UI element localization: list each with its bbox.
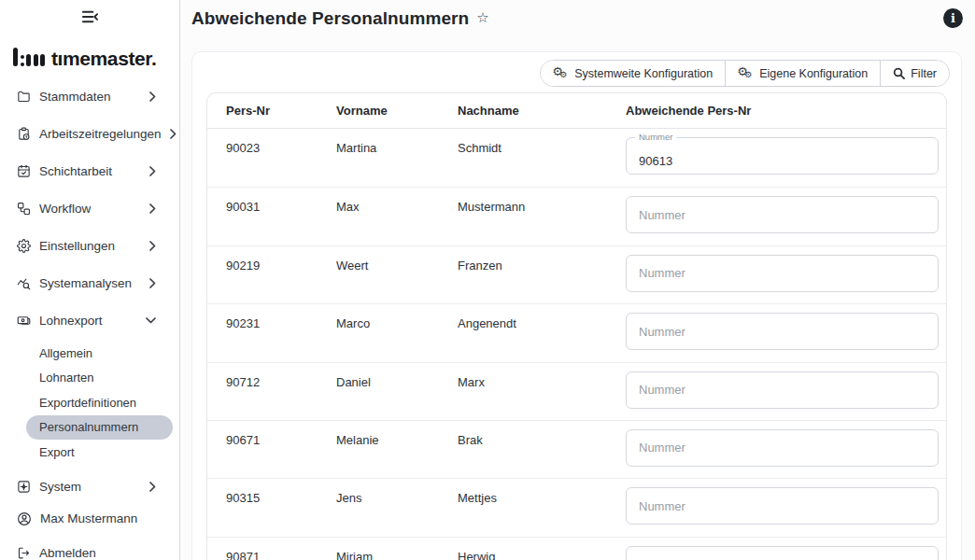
cell-pers-nr: 90315 [226,479,336,536]
chart-magnifier-icon [17,276,31,290]
table-row: 90231 Marco Angenendt Nummer [207,303,946,361]
sidebar-item-systemanalysen[interactable]: Systemanalysen [0,264,179,301]
logout-icon [17,546,31,560]
table-row: 90712 Daniel Marx Nummer [207,362,946,420]
table-row: 90671 Melanie Brak Nummer [207,420,946,478]
user-name: Max Mustermann [40,511,137,525]
chevron-right-icon [149,203,156,214]
abweichende-pers-nr-input[interactable] [626,196,939,233]
cell-vorname: Melanie [336,421,458,478]
sidebar-subitem-exportdefinitionen[interactable]: Exportdefinitionen [26,390,173,415]
cell-nachname: Schmidt [458,129,626,187]
sidebar-item-system[interactable]: System [0,469,179,506]
abweichende-pers-nr-input[interactable] [626,429,939,467]
abweichende-pers-nr-input[interactable] [626,546,939,560]
subitem-label: Exportdefinitionen [39,396,136,410]
abweichende-pers-nr-input[interactable] [626,487,939,525]
cell-vorname: Jens [336,479,458,536]
abweichende-pers-nr-input[interactable] [626,137,939,175]
eigene-konfiguration-button[interactable]: ⚙⚙ Eigene Konfiguration [725,61,880,86]
menu-fold-icon [81,9,99,24]
chevron-right-icon [149,166,156,176]
chevron-right-icon [149,91,156,102]
logo-text: tımemaster. [51,49,156,68]
chevron-down-icon [146,317,156,324]
column-header-abweichende-pers-nr: Abweichende Pers-Nr [626,104,939,118]
content-card: ⚙⚙ Systemweite Konfiguration ⚙⚙ Eigene K… [191,51,962,560]
cell-nachname: Marx [458,363,626,420]
cell-vorname: Marco [336,304,458,361]
workflow-icon [17,202,31,216]
sidebar-item-label: Workflow [39,202,141,216]
favorite-star-icon[interactable]: ☆ [476,9,489,26]
table-body: 90023 Martina Schmidt Nummer 90031 Max M… [207,129,946,560]
table-row: 90871 Miriam Herwig Nummer [207,537,946,560]
abweichende-pers-nr-input[interactable] [626,313,939,350]
sidebar-item-label: Schichtarbeit [39,164,141,178]
abweichende-input-wrap: Nummer [626,546,939,560]
cell-pers-nr: 90231 [226,304,336,361]
topbar: Abweichende Personalnummern☆ i [181,0,975,43]
gears-icon: ⚙⚙ [553,66,569,81]
user-circle-icon [17,511,32,526]
toolbar-button-group: ⚙⚙ Systemweite Konfiguration ⚙⚙ Eigene K… [540,60,950,87]
filter-button[interactable]: Filter [880,61,949,86]
gear-icon [17,239,31,253]
cell-nachname: Mettjes [458,479,626,536]
sidebar-item-label: Stammdaten [39,90,141,104]
cell-nachname: Herwig [458,538,626,560]
cell-vorname: Weert [336,246,458,303]
abweichende-input-wrap: Nummer [626,196,939,233]
cell-vorname: Daniel [336,363,458,420]
abweichende-input-wrap: Nummer [626,255,939,292]
chevron-right-icon [149,278,156,288]
sidebar-item-workflow[interactable]: Workflow [0,189,179,227]
sidebar-nav: Stammdaten Arbeitszeitregelungen Schicht… [0,77,179,506]
table-header: Pers-Nr Vorname Nachname Abweichende Per… [207,93,946,129]
systemweite-konfiguration-button[interactable]: ⚙⚙ Systemweite Konfiguration [541,61,725,86]
chevron-right-icon [170,129,177,139]
cell-vorname: Max [336,188,458,245]
sidebar-item-label: Einstellungen [39,239,141,253]
column-header-pers-nr: Pers-Nr [226,104,336,118]
cell-pers-nr: 90023 [226,129,336,187]
collapse-sidebar-button[interactable] [0,9,179,24]
sidebar-item-stammdaten[interactable]: Stammdaten [0,77,179,115]
calendar-check-icon [17,164,31,178]
sidebar-subitem-personalnummern[interactable]: Personalnummern [26,415,173,441]
sidebar-item-label: Lohnexport [39,314,137,328]
table-row: 90315 Jens Mettjes Nummer [207,478,946,536]
clipboard-clock-icon [17,127,31,141]
cell-pers-nr: 90712 [226,363,336,420]
sidebar-item-einstellungen[interactable]: Einstellungen [0,227,179,264]
sidebar-item-arbeitszeitregelungen[interactable]: Arbeitszeitregelungen [0,115,179,152]
user-menu[interactable]: Max Mustermann [0,501,179,536]
sidebar-item-label: Systemanalysen [39,276,141,290]
cell-pers-nr: 90031 [226,188,336,245]
abweichende-input-wrap: Nummer [626,487,939,525]
sidebar-item-schichtarbeit[interactable]: Schichtarbeit [0,152,179,189]
sidebar-subitem-lohnarten[interactable]: Lohnarten [26,366,173,391]
sidebar-item-lohnexport[interactable]: Lohnexport [0,301,179,339]
cell-nachname: Franzen [458,246,626,303]
info-button[interactable]: i [943,8,963,28]
subitem-label: Export [39,445,75,459]
info-icon: i [951,11,955,25]
abweichende-pers-nr-input[interactable] [626,371,939,409]
folder-icon [17,90,31,104]
sidebar-subitem-export[interactable]: Export [26,440,173,465]
abweichende-pers-nr-input[interactable] [626,255,939,292]
column-header-nachname: Nachname [458,104,626,118]
button-label: Eigene Konfiguration [759,67,868,80]
sidebar-item-label: System [39,480,141,494]
abweichende-input-wrap: Nummer [626,313,939,350]
banknote-icon [17,314,31,328]
chevron-right-icon [149,241,156,251]
logout-button[interactable]: Abmelden [0,536,179,560]
cell-nachname: Brak [458,421,626,478]
sidebar-subitem-allgemein[interactable]: Allgemein [26,341,173,366]
cell-pers-nr: 90871 [226,538,336,560]
main-content: Abweichende Personalnummern☆ i ⚙⚙ System… [181,0,975,560]
subitem-label: Lohnarten [39,371,94,385]
button-label: Systemweite Konfiguration [574,67,713,80]
